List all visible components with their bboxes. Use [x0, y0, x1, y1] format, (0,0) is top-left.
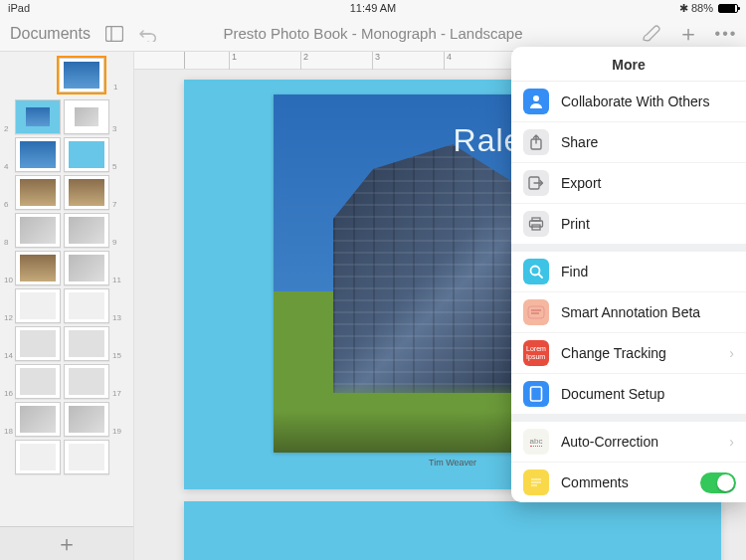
find-icon	[523, 259, 549, 284]
document-title: Presto Photo Book - Monograph - Landscap…	[169, 25, 577, 42]
menu-item-print[interactable]: Print	[511, 203, 746, 244]
page-number: 1	[113, 83, 121, 93]
chevron-right-icon: ›	[729, 345, 734, 361]
menu-item-collaborate[interactable]: Collaborate With Others	[511, 82, 746, 121]
page-thumbnail[interactable]	[64, 99, 109, 134]
print-icon	[523, 211, 549, 237]
page-thumbnail[interactable]	[64, 213, 109, 248]
page-thumbnail[interactable]	[64, 251, 109, 285]
add-icon[interactable]: ＋	[678, 24, 698, 44]
more-icon[interactable]: •••	[716, 24, 736, 44]
bluetooth-icon: ✱	[679, 2, 688, 15]
svg-rect-13	[531, 387, 542, 401]
page-thumbnails-sidebar[interactable]: 1 2 3 4 5 6 7 8 9 10	[0, 52, 134, 560]
menu-label: Find	[561, 264, 588, 280]
page-thumbnail[interactable]	[15, 326, 61, 361]
document-setup-icon	[523, 381, 549, 407]
change-tracking-icon: LoremIpsum	[523, 340, 549, 366]
page-thumbnail[interactable]	[15, 137, 61, 172]
undo-icon[interactable]	[138, 24, 158, 44]
page-thumbnail[interactable]	[15, 288, 61, 323]
page-thumbnail[interactable]	[15, 364, 61, 399]
share-icon	[523, 129, 549, 155]
page-thumbnail[interactable]	[64, 326, 109, 361]
add-page-button[interactable]: ＋	[0, 526, 133, 560]
menu-item-find[interactable]: Find	[511, 252, 746, 291]
page-thumbnail[interactable]	[15, 402, 61, 437]
export-icon	[523, 170, 549, 196]
comments-icon	[523, 469, 549, 495]
page-thumbnail[interactable]	[64, 402, 109, 437]
chevron-right-icon: ›	[729, 434, 734, 450]
page-thumbnail-1[interactable]	[59, 58, 104, 93]
auto-correction-icon: abc	[523, 429, 549, 455]
battery-percent: 88%	[691, 2, 713, 14]
collaborate-icon	[523, 89, 549, 114]
comments-toggle[interactable]	[700, 472, 736, 493]
page-thumbnail[interactable]	[15, 175, 61, 210]
menu-label: Change Tracking	[561, 345, 666, 361]
panels-icon[interactable]	[104, 24, 124, 44]
menu-item-auto-correction[interactable]: abc Auto-Correction ›	[511, 422, 746, 462]
menu-label: Smart Annotation Beta	[561, 304, 700, 320]
status-right: ✱ 88%	[639, 2, 738, 15]
page-thumbnail[interactable]	[64, 288, 109, 323]
menu-label: Comments	[561, 474, 629, 490]
more-popover: More Collaborate With Others Share Expor…	[511, 47, 746, 502]
status-bar: iPad 11:49 AM ✱ 88%	[0, 0, 746, 16]
menu-label: Share	[561, 134, 598, 150]
page-thumbnail[interactable]	[64, 175, 109, 210]
menu-label: Auto-Correction	[561, 434, 658, 450]
menu-item-comments[interactable]: Comments	[511, 462, 746, 502]
menu-item-document-setup[interactable]: Document Setup	[511, 373, 746, 414]
svg-point-2	[533, 95, 539, 101]
page-thumbnail[interactable]	[64, 137, 109, 172]
page-thumbnail[interactable]	[64, 364, 109, 399]
smart-annotation-icon	[523, 299, 549, 325]
menu-item-change-tracking[interactable]: LoremIpsum Change Tracking ›	[511, 332, 746, 373]
page-thumbnail[interactable]	[15, 99, 61, 134]
menu-item-smart-annotation[interactable]: Smart Annotation Beta	[511, 291, 746, 332]
popover-title: More	[511, 47, 746, 81]
brush-icon[interactable]	[641, 24, 660, 44]
menu-label: Print	[561, 216, 590, 232]
document-page-2[interactable]	[184, 501, 721, 560]
menu-item-share[interactable]: Share	[511, 121, 746, 162]
svg-rect-10	[528, 306, 544, 318]
menu-label: Export	[561, 175, 601, 191]
status-device: iPad	[8, 2, 107, 14]
page-thumbnail[interactable]	[15, 213, 61, 248]
menu-label: Collaborate With Others	[561, 93, 709, 109]
page-thumbnail[interactable]	[15, 251, 61, 285]
svg-rect-0	[105, 26, 122, 41]
svg-line-9	[539, 275, 543, 279]
battery-icon	[718, 4, 738, 13]
page-thumbnail[interactable]	[15, 440, 61, 474]
page-thumbnail[interactable]	[64, 440, 109, 474]
menu-item-export[interactable]: Export	[511, 162, 746, 203]
status-time: 11:49 AM	[107, 2, 639, 14]
documents-back-button[interactable]: Documents	[10, 25, 91, 43]
menu-label: Document Setup	[561, 386, 664, 402]
